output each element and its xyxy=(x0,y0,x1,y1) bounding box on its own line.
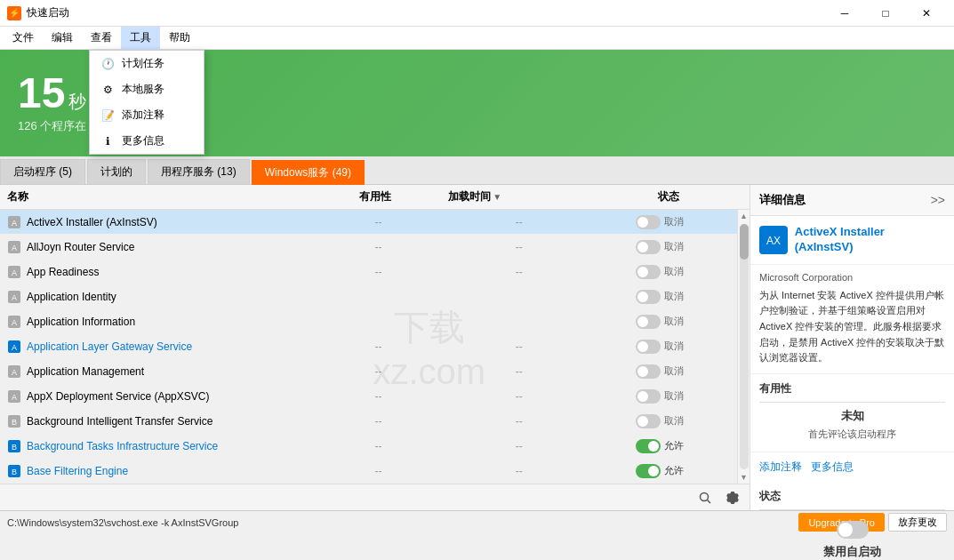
service-status: 取消 xyxy=(589,364,730,379)
tools-dropdown: 🕐 计划任务 ⚙ 本地服务 📝 添加注释 ℹ 更多信息 xyxy=(89,50,204,155)
toggle-switch[interactable] xyxy=(636,265,661,279)
detail-company: Microsoft Corporation xyxy=(759,272,945,283)
service-usefulness: -- xyxy=(308,340,448,353)
menu-add-comment[interactable]: 📝 添加注释 xyxy=(90,102,204,128)
search-button[interactable] xyxy=(694,487,716,508)
service-icon: B xyxy=(7,464,21,478)
table-row[interactable]: A App Readiness -- -- 取消 xyxy=(0,260,737,284)
detail-app-icon: AX xyxy=(759,226,788,254)
service-name: Background Intelligent Transfer Service xyxy=(27,415,308,428)
table-row[interactable]: A ActiveX Installer (AxInstSV) -- -- 取消 xyxy=(0,210,737,235)
window-controls: ─ □ ✕ xyxy=(824,0,947,27)
toggle-switch[interactable] xyxy=(636,389,661,404)
service-status: 允许 xyxy=(589,464,730,478)
detail-expand-button[interactable]: >> xyxy=(931,193,945,207)
startup-time-number: 15 xyxy=(18,72,65,115)
close-button[interactable]: ✕ xyxy=(906,0,947,27)
detail-description: 为从 Internet 安装 ActiveX 控件提供用户帐户控制验证，并基于组… xyxy=(759,288,945,366)
col-loadtime[interactable]: 加载时间 ▼ xyxy=(448,189,595,204)
tab-app-services[interactable]: 用程序服务 (13) xyxy=(148,159,250,184)
table-row[interactable]: A Application Layer Gateway Service -- -… xyxy=(0,334,737,359)
detail-app-name: ActiveX Installer (AxInstSV) xyxy=(795,225,945,255)
menu-more-info[interactable]: ℹ 更多信息 xyxy=(90,128,204,154)
service-loadtime: -- xyxy=(449,390,589,403)
toggle-switch[interactable] xyxy=(636,315,661,329)
menu-file[interactable]: 文件 xyxy=(4,27,43,50)
service-status: 允许 xyxy=(589,439,730,453)
tabs-bar: 启动程序 (5) 计划的 用程序服务 (13) Windows服务 (49) xyxy=(0,156,954,185)
toggle-switch[interactable] xyxy=(636,414,661,428)
detail-toggle-switch[interactable] xyxy=(837,521,869,539)
table-row[interactable]: B Base Filtering Engine -- -- 允许 xyxy=(0,459,737,484)
svg-text:A: A xyxy=(12,219,17,228)
detail-app-row: AX ActiveX Installer (AxInstSV) xyxy=(750,216,954,265)
toggle-switch[interactable] xyxy=(636,215,661,229)
menu-edit[interactable]: 编辑 xyxy=(43,27,82,50)
tab-startup-programs[interactable]: 启动程序 (5) xyxy=(0,159,85,184)
table-row[interactable]: A AppX Deployment Service (AppXSVC) -- -… xyxy=(0,384,737,409)
table-row[interactable]: A Application Identity 取消 xyxy=(0,284,737,309)
status-label: 取消 xyxy=(664,240,684,253)
service-list-container: 名称 有用性 加载时间 ▼ 状态 A ActiveX Installer (Ax… xyxy=(0,185,750,510)
service-usefulness: -- xyxy=(308,390,448,403)
more-info-link[interactable]: 更多信息 xyxy=(811,460,854,475)
table-row[interactable]: B Background Intelligent Transfer Servic… xyxy=(0,409,737,434)
status-label: 取消 xyxy=(664,290,684,303)
detail-status-section: 状态 禁用自启动 所选的启动程序被禁用 xyxy=(750,482,954,560)
scroll-track xyxy=(740,224,749,469)
table-row[interactable]: A Application Information 取消 xyxy=(0,309,737,334)
service-icon: A xyxy=(7,240,21,254)
service-status: 取消 xyxy=(589,215,730,229)
service-name: Application Identity xyxy=(27,291,308,303)
menu-scheduled-tasks[interactable]: 🕐 计划任务 xyxy=(90,51,204,76)
menu-local-services[interactable]: ⚙ 本地服务 xyxy=(90,76,204,102)
menu-view[interactable]: 查看 xyxy=(82,27,121,50)
col-name: 名称 xyxy=(7,189,301,204)
menubar: 文件 编辑 查看 工具 帮助 🕐 计划任务 ⚙ 本地服务 📝 添加注释 ℹ 更多… xyxy=(0,27,954,50)
scrollbar[interactable]: ▲ ▼ xyxy=(737,210,750,484)
service-status: 取消 xyxy=(589,414,730,428)
status-label: 取消 xyxy=(664,414,684,428)
settings-button[interactable] xyxy=(721,487,742,508)
scroll-down-btn[interactable]: ▼ xyxy=(740,471,748,484)
status-path: C:\Windows\system32\svchost.exe -k AxIns… xyxy=(7,517,238,528)
menu-help[interactable]: 帮助 xyxy=(160,27,199,50)
detail-status-name: 禁用自启动 xyxy=(823,544,881,560)
toggle-switch[interactable] xyxy=(636,464,661,478)
table-row[interactable]: A AllJoyn Router Service -- -- 取消 xyxy=(0,235,737,260)
toggle-switch[interactable] xyxy=(636,340,661,354)
svg-point-26 xyxy=(701,492,709,500)
service-usefulness: -- xyxy=(308,365,448,378)
gear-icon: ⚙ xyxy=(100,83,115,97)
toggle-switch[interactable] xyxy=(636,364,661,379)
service-icon: A xyxy=(7,290,21,304)
service-loadtime: -- xyxy=(449,415,589,428)
clock-icon: 🕐 xyxy=(100,57,115,71)
minimize-button[interactable]: ─ xyxy=(824,0,865,27)
service-loadtime: -- xyxy=(449,365,589,378)
table-row[interactable]: A Application Management -- -- 取消 xyxy=(0,359,737,384)
svg-text:A: A xyxy=(12,268,17,277)
scroll-thumb[interactable] xyxy=(740,224,749,260)
service-usefulness: -- xyxy=(308,465,448,477)
tab-scheduled[interactable]: 计划的 xyxy=(87,159,146,184)
status-label: 取消 xyxy=(664,215,684,228)
service-status: 取消 xyxy=(589,340,730,354)
toggle-switch[interactable] xyxy=(636,240,661,254)
menu-tools[interactable]: 工具 xyxy=(121,27,160,50)
scroll-up-btn[interactable]: ▲ xyxy=(740,210,748,222)
add-comment-link[interactable]: 添加注释 xyxy=(759,460,802,475)
toggle-switch[interactable] xyxy=(636,290,661,304)
service-status: 取消 xyxy=(589,290,730,304)
service-usefulness: -- xyxy=(308,266,448,278)
maximize-button[interactable]: □ xyxy=(865,0,906,27)
status-label: 允许 xyxy=(664,464,684,477)
table-row[interactable]: B Background Tasks Infrastructure Servic… xyxy=(0,434,737,459)
titlebar: ⚡ 快速启动 ─ □ ✕ xyxy=(0,0,954,27)
toggle-switch[interactable] xyxy=(636,439,661,453)
info-icon: ℹ xyxy=(100,134,115,148)
app-title: 快速启动 xyxy=(27,5,69,20)
tab-windows-services[interactable]: Windows服务 (49) xyxy=(252,160,365,185)
edit-icon: 📝 xyxy=(100,108,115,123)
service-name: Application Management xyxy=(27,365,308,378)
